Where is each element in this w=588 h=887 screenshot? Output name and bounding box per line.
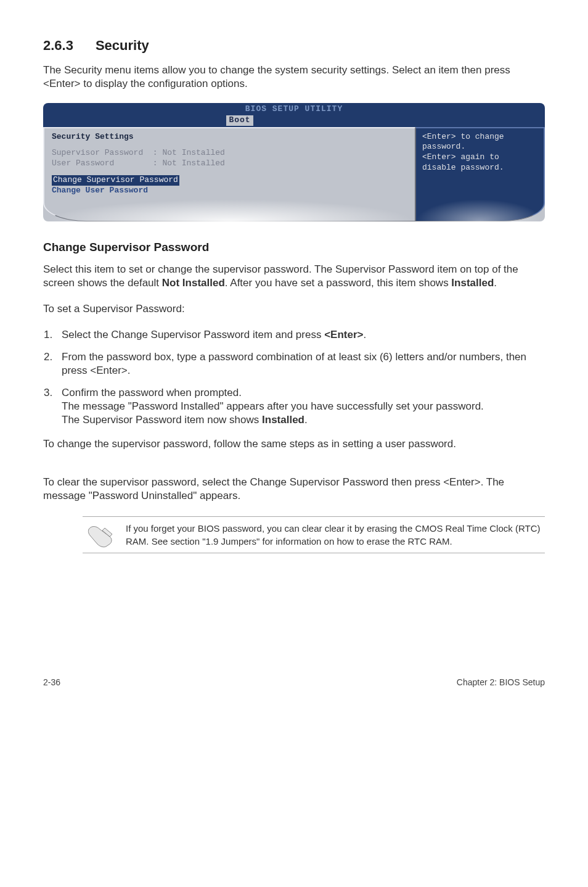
note-text: If you forget your BIOS password, you ca… <box>126 522 545 548</box>
help-line: password. <box>422 142 537 152</box>
section-heading: 2.6.3Security <box>43 37 545 55</box>
note-block: If you forget your BIOS password, you ca… <box>83 516 545 553</box>
bios-screenshot: BIOS SETUP UTILITY Boot Security Setting… <box>43 103 545 221</box>
list-item: Select the Change Supervisor Password it… <box>55 328 545 342</box>
page-footer: 2-36 Chapter 2: BIOS Setup <box>43 677 545 688</box>
hand-pointing-icon <box>88 523 115 548</box>
bios-title: BIOS SETUP UTILITY <box>43 104 545 115</box>
intro-paragraph: The Security menu items allow you to cha… <box>43 64 545 91</box>
bios-left-pane: Security Settings Supervisor Password : … <box>43 127 415 221</box>
paragraph: To change the supervisor password, follo… <box>43 437 545 451</box>
bios-header: BIOS SETUP UTILITY Boot <box>43 103 545 127</box>
steps-list: Select the Change Supervisor Password it… <box>55 328 545 427</box>
security-settings-title: Security Settings <box>52 132 407 142</box>
list-item: Confirm the password when prompted. The … <box>55 386 545 427</box>
user-password-row: User Password : Not Installed <box>52 159 407 169</box>
bios-tab: Boot <box>226 115 253 126</box>
paragraph: To clear the supervisor password, select… <box>43 476 545 503</box>
section-title: Security <box>96 38 149 53</box>
help-line: disable password. <box>422 163 537 173</box>
list-item: From the password box, type a password c… <box>55 350 545 377</box>
paragraph: To set a Supervisor Password: <box>43 302 545 316</box>
bios-help-pane: <Enter> to change password. <Enter> agai… <box>415 127 545 221</box>
paragraph: Select this item to set or change the su… <box>43 263 545 290</box>
section-number: 2.6.3 <box>43 38 73 53</box>
change-user-password-item[interactable]: Change User Password <box>52 186 407 196</box>
change-supervisor-password-item[interactable]: Change Supervisor Password <box>52 175 407 186</box>
help-line: <Enter> to change <box>422 132 537 142</box>
page-number: 2-36 <box>43 677 60 688</box>
supervisor-password-row: Supervisor Password : Not Installed <box>52 148 407 159</box>
subheading: Change Supervisor Password <box>43 240 545 255</box>
help-line: <Enter> again to <box>422 152 537 163</box>
chapter-label: Chapter 2: BIOS Setup <box>457 677 545 688</box>
